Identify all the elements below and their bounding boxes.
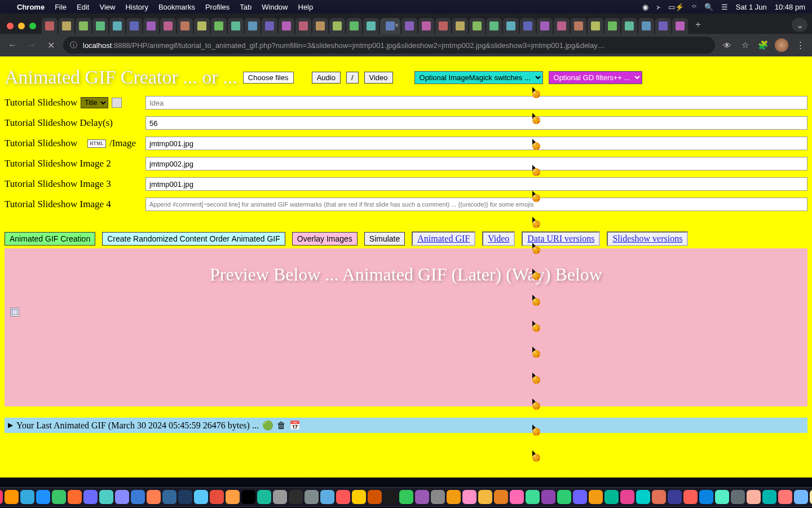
dock-app[interactable] bbox=[68, 490, 82, 504]
dock-app[interactable] bbox=[415, 490, 429, 504]
chrome-tab[interactable] bbox=[245, 18, 261, 34]
dock-app[interactable] bbox=[604, 490, 619, 504]
dock-app[interactable] bbox=[20, 490, 34, 504]
dock-app[interactable] bbox=[352, 490, 366, 504]
chrome-tab[interactable] bbox=[160, 18, 176, 34]
battery-icon[interactable]: ▭⚡ bbox=[668, 3, 684, 11]
menu-bookmarks[interactable]: Bookmarks bbox=[158, 3, 195, 11]
html-type-button[interactable]: HTML bbox=[87, 139, 106, 148]
dock-app[interactable] bbox=[52, 490, 66, 504]
chrome-tab[interactable] bbox=[672, 18, 688, 34]
dock-app[interactable] bbox=[304, 490, 319, 504]
chrome-tab[interactable] bbox=[571, 18, 586, 34]
slash-button[interactable]: / bbox=[346, 72, 359, 84]
menu-edit[interactable]: Edit bbox=[77, 3, 89, 11]
dock-app[interactable] bbox=[573, 490, 587, 504]
new-tab-button[interactable]: ＋ bbox=[689, 19, 707, 34]
choose-files-button[interactable]: Choose files bbox=[243, 72, 294, 84]
title-color-box[interactable] bbox=[112, 98, 122, 108]
link-animated-gif[interactable]: Animated GIF bbox=[412, 231, 475, 246]
chrome-tab[interactable] bbox=[228, 18, 244, 34]
dock-app[interactable] bbox=[762, 490, 776, 504]
chrome-menu-icon[interactable]: ⋮ bbox=[794, 40, 806, 50]
dock-app[interactable] bbox=[273, 490, 287, 504]
site-info-icon[interactable]: ⓘ bbox=[70, 40, 77, 50]
dock-app[interactable] bbox=[5, 490, 19, 504]
title-mode-select[interactable]: Title bbox=[81, 97, 108, 108]
dock-app[interactable] bbox=[810, 490, 813, 504]
dock-app[interactable] bbox=[115, 490, 129, 504]
dock-app[interactable] bbox=[636, 490, 650, 504]
dock-app[interactable] bbox=[336, 490, 350, 504]
tab-overflow-button[interactable]: ⌄ bbox=[792, 18, 807, 32]
menu-help[interactable]: Help bbox=[298, 3, 314, 11]
menu-history[interactable]: History bbox=[125, 3, 148, 11]
imagemagick-select[interactable]: Optional ImageMagick switches ... bbox=[414, 71, 543, 84]
dock-app[interactable] bbox=[257, 490, 271, 504]
chrome-tab[interactable] bbox=[537, 18, 553, 34]
address-bar[interactable]: ⓘ localhost:8888/PHP/animegif/tutorial_t… bbox=[63, 37, 715, 54]
chrome-tab[interactable] bbox=[76, 18, 91, 34]
dock-app[interactable] bbox=[399, 490, 413, 504]
disclosure-triangle-icon[interactable]: ▶ bbox=[8, 421, 13, 430]
chrome-tab[interactable] bbox=[554, 18, 570, 34]
dock-app[interactable] bbox=[715, 490, 729, 504]
image4-input[interactable] bbox=[145, 198, 807, 211]
chrome-tab[interactable] bbox=[588, 18, 603, 34]
menu-profiles[interactable]: Profiles bbox=[205, 3, 230, 11]
dock-app[interactable] bbox=[431, 490, 445, 504]
chrome-tab[interactable] bbox=[452, 18, 468, 34]
stop-reload-button[interactable]: ✕ bbox=[44, 40, 58, 51]
dock-app[interactable] bbox=[731, 490, 745, 504]
forward-button[interactable]: → bbox=[25, 40, 38, 50]
menu-file[interactable]: File bbox=[55, 3, 67, 11]
dock-app[interactable] bbox=[147, 490, 161, 504]
wifi-icon[interactable]: ⌔ bbox=[692, 3, 696, 11]
dock-app[interactable] bbox=[699, 490, 713, 504]
record-icon[interactable]: ◉ bbox=[642, 3, 648, 11]
dock-app[interactable] bbox=[462, 490, 476, 504]
dock-app[interactable] bbox=[83, 490, 98, 504]
dock-app[interactable] bbox=[131, 490, 145, 504]
chrome-tab[interactable] bbox=[177, 18, 193, 34]
dock-app[interactable] bbox=[620, 490, 634, 504]
dock-app[interactable] bbox=[747, 490, 761, 504]
chrome-tab[interactable] bbox=[469, 18, 485, 34]
chrome-tab[interactable] bbox=[346, 18, 362, 34]
minimize-window[interactable] bbox=[18, 23, 25, 29]
chrome-tab[interactable] bbox=[503, 18, 519, 34]
dock-app[interactable] bbox=[162, 490, 176, 504]
chrome-tab[interactable] bbox=[211, 18, 227, 34]
dock-app[interactable] bbox=[494, 490, 508, 504]
dock-app[interactable] bbox=[478, 490, 492, 504]
delay-input[interactable] bbox=[145, 116, 807, 130]
link-video[interactable]: Video bbox=[482, 231, 515, 246]
dock-app[interactable] bbox=[778, 490, 792, 504]
chrome-tab[interactable] bbox=[621, 18, 637, 34]
gd-filters-select[interactable]: Optional GD filters++ ... bbox=[549, 71, 642, 84]
search-icon[interactable]: 🔍 bbox=[704, 3, 713, 11]
chrome-tab[interactable] bbox=[435, 18, 451, 34]
control-center-icon[interactable]: ☰ bbox=[721, 3, 728, 11]
chrome-tab[interactable] bbox=[486, 18, 502, 34]
chrome-tab[interactable] bbox=[42, 18, 58, 34]
chrome-tab[interactable] bbox=[295, 18, 311, 34]
dock-app[interactable] bbox=[99, 490, 113, 504]
chrome-tab[interactable] bbox=[59, 18, 74, 34]
dock-app[interactable] bbox=[541, 490, 555, 504]
dock-app[interactable] bbox=[794, 490, 808, 504]
image2-input[interactable] bbox=[145, 157, 807, 170]
chrome-tab[interactable] bbox=[604, 18, 620, 34]
overlay-images-button[interactable]: Overlay Images bbox=[292, 232, 358, 246]
chrome-tab[interactable] bbox=[363, 18, 379, 34]
dock-app[interactable] bbox=[0, 490, 3, 504]
dock-app[interactable] bbox=[210, 490, 224, 504]
dock-app[interactable] bbox=[383, 490, 398, 504]
bluetooth-icon[interactable]: ᚛ bbox=[656, 3, 660, 11]
dock-app[interactable] bbox=[289, 490, 303, 504]
dock-app[interactable] bbox=[557, 490, 571, 504]
chrome-tab[interactable] bbox=[279, 18, 294, 34]
chrome-tab[interactable] bbox=[194, 18, 210, 34]
create-gif-button[interactable]: Animated GIF Creation bbox=[5, 232, 95, 246]
menu-window[interactable]: Window bbox=[262, 3, 288, 11]
